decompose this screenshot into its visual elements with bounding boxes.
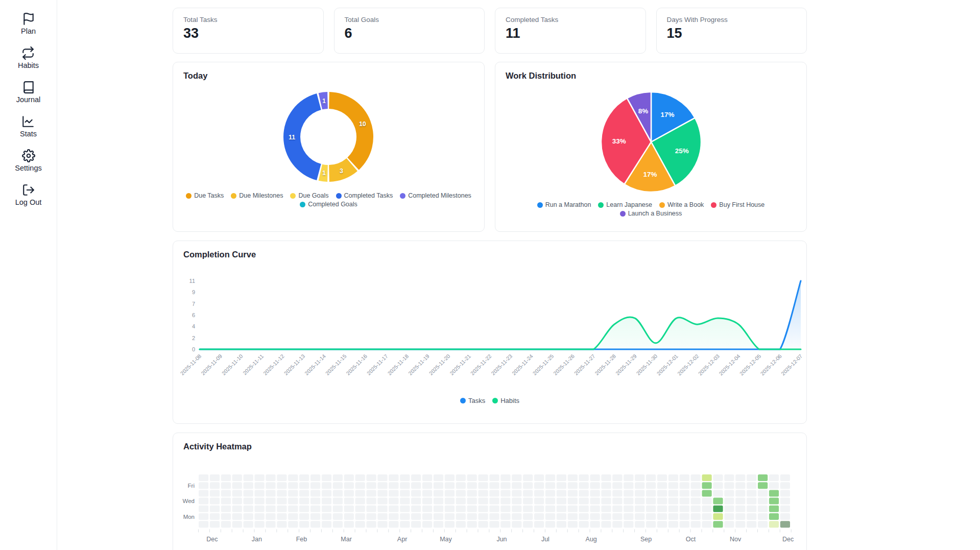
heatmap-cell[interactable] (310, 506, 320, 512)
heatmap-cell[interactable] (769, 498, 779, 505)
heatmap-cell[interactable] (758, 474, 768, 481)
heatmap-cell[interactable] (747, 482, 756, 489)
heatmap-cell[interactable] (333, 521, 343, 528)
heatmap-cell[interactable] (456, 521, 466, 528)
heatmap-cell[interactable] (244, 482, 253, 489)
heatmap-cell[interactable] (545, 506, 555, 512)
heatmap-cell[interactable] (635, 521, 644, 528)
heatmap-cell[interactable] (557, 521, 566, 528)
heatmap-cell[interactable] (758, 513, 768, 520)
heatmap-cell[interactable] (221, 482, 231, 489)
sidebar-item-habits[interactable]: Habits (18, 46, 39, 69)
heatmap-cell[interactable] (367, 513, 376, 520)
heatmap-cell[interactable] (310, 498, 320, 505)
heatmap-cell[interactable] (310, 490, 320, 496)
heatmap-cell[interactable] (646, 474, 656, 481)
heatmap-cell[interactable] (657, 482, 667, 489)
heatmap-cell[interactable] (355, 498, 365, 505)
heatmap-cell[interactable] (489, 474, 499, 481)
heatmap-cell[interactable] (568, 490, 578, 496)
heatmap-cell[interactable] (322, 506, 331, 512)
heatmap-cell[interactable] (702, 482, 712, 489)
heatmap-cell[interactable] (523, 513, 533, 520)
heatmap-cell[interactable] (500, 521, 510, 528)
heatmap-cell[interactable] (389, 513, 398, 520)
heatmap-cell[interactable] (769, 506, 779, 512)
legend-item[interactable]: Run a Marathon (537, 201, 591, 208)
heatmap-cell[interactable] (344, 482, 354, 489)
heatmap-cell[interactable] (255, 490, 265, 496)
heatmap-cell[interactable] (199, 474, 208, 481)
heatmap-cell[interactable] (411, 506, 421, 512)
heatmap-cell[interactable] (489, 521, 499, 528)
heatmap-cell[interactable] (624, 474, 633, 481)
heatmap-cell[interactable] (255, 521, 265, 528)
heatmap-cell[interactable] (612, 506, 622, 512)
heatmap-cell[interactable] (411, 490, 421, 496)
heatmap-cell[interactable] (255, 506, 265, 512)
heatmap-cell[interactable] (244, 521, 253, 528)
heatmap-cell[interactable] (590, 513, 600, 520)
heatmap-cell[interactable] (232, 482, 242, 489)
heatmap-cell[interactable] (389, 521, 398, 528)
heatmap-cell[interactable] (557, 498, 566, 505)
heatmap-cell[interactable] (769, 513, 779, 520)
heatmap-cell[interactable] (624, 513, 633, 520)
heatmap-cell[interactable] (411, 521, 421, 528)
heatmap-cell[interactable] (691, 490, 701, 496)
heatmap-cell[interactable] (646, 498, 656, 505)
heatmap-cell[interactable] (601, 482, 611, 489)
heatmap-cell[interactable] (601, 490, 611, 496)
heatmap-cell[interactable] (713, 474, 723, 481)
heatmap-cell[interactable] (758, 521, 768, 528)
heatmap-cell[interactable] (747, 490, 756, 496)
heatmap-cell[interactable] (624, 521, 633, 528)
heatmap-cell[interactable] (333, 482, 343, 489)
heatmap-cell[interactable] (322, 490, 331, 496)
sidebar-item-logout[interactable]: Log Out (15, 183, 42, 206)
heatmap-cell[interactable] (333, 474, 343, 481)
heatmap-cell[interactable] (702, 474, 712, 481)
heatmap-cell[interactable] (758, 482, 768, 489)
heatmap-cell[interactable] (199, 521, 208, 528)
heatmap-cell[interactable] (545, 474, 555, 481)
heatmap-cell[interactable] (668, 474, 678, 481)
heatmap-cell[interactable] (680, 482, 689, 489)
heatmap-cell[interactable] (747, 521, 756, 528)
heatmap-cell[interactable] (657, 498, 667, 505)
heatmap-cell[interactable] (456, 490, 466, 496)
heatmap-cell[interactable] (277, 490, 286, 496)
heatmap-cell[interactable] (758, 498, 768, 505)
heatmap-cell[interactable] (579, 521, 589, 528)
heatmap-cell[interactable] (422, 521, 432, 528)
heatmap-cell[interactable] (400, 482, 410, 489)
heatmap-cell[interactable] (500, 490, 510, 496)
heatmap-cell[interactable] (568, 506, 578, 512)
heatmap-cell[interactable] (568, 513, 578, 520)
legend-item[interactable]: Habits (492, 397, 519, 404)
heatmap-cell[interactable] (299, 474, 309, 481)
heatmap-cell[interactable] (479, 506, 488, 512)
heatmap-cell[interactable] (568, 521, 578, 528)
heatmap-cell[interactable] (512, 490, 521, 496)
heatmap-cell[interactable] (277, 482, 286, 489)
heatmap-cell[interactable] (635, 513, 644, 520)
heatmap-cell[interactable] (534, 474, 544, 481)
heatmap-cell[interactable] (545, 490, 555, 496)
heatmap-cell[interactable] (288, 490, 298, 496)
heatmap-cell[interactable] (221, 521, 231, 528)
heatmap-cell[interactable] (724, 513, 734, 520)
heatmap-cell[interactable] (355, 474, 365, 481)
heatmap-cell[interactable] (780, 521, 790, 528)
heatmap-cell[interactable] (467, 521, 477, 528)
heatmap-cell[interactable] (221, 474, 231, 481)
heatmap-cell[interactable] (646, 513, 656, 520)
heatmap-cell[interactable] (333, 498, 343, 505)
heatmap-cell[interactable] (590, 474, 600, 481)
heatmap-cell[interactable] (601, 474, 611, 481)
heatmap-cell[interactable] (624, 498, 633, 505)
heatmap-cell[interactable] (244, 506, 253, 512)
heatmap-cell[interactable] (702, 490, 712, 496)
heatmap-cell[interactable] (713, 521, 723, 528)
heatmap-cell[interactable] (691, 513, 701, 520)
